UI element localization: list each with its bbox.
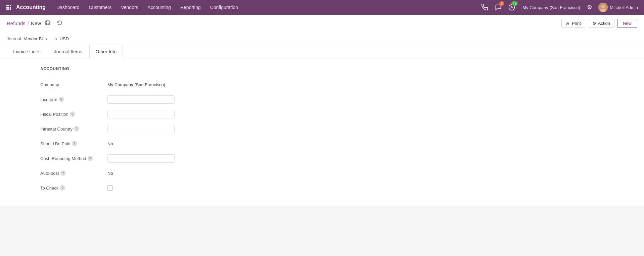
- accounting-section-heading: ACCOUNTING: [40, 66, 637, 74]
- cash-rounding-method-label: Cash Rounding Method ?: [40, 156, 107, 161]
- print-label: Print: [572, 21, 581, 26]
- svg-rect-5: [10, 7, 11, 8]
- breadcrumb: Refunds / New: [7, 19, 64, 28]
- should-be-paid-help-icon[interactable]: ?: [72, 141, 77, 146]
- svg-rect-3: [6, 7, 8, 8]
- incoterm-help-icon[interactable]: ?: [59, 97, 64, 102]
- breadcrumb-parent[interactable]: Refunds: [7, 20, 26, 26]
- action-label: Action: [598, 21, 610, 26]
- support-icon[interactable]: [479, 2, 490, 13]
- incoterm-input[interactable]: [107, 95, 175, 104]
- should-be-paid-value: No: [107, 141, 113, 146]
- breadcrumb-bar: Refunds / New 🖨 Print: [0, 15, 644, 32]
- activity-icon[interactable]: 46: [506, 2, 517, 13]
- nav-configuration[interactable]: Configuration: [206, 3, 242, 12]
- nav-customers[interactable]: Customers: [85, 3, 116, 12]
- intrastat-country-help-icon[interactable]: ?: [74, 126, 79, 132]
- cash-rounding-method-help-icon[interactable]: ?: [88, 156, 93, 161]
- user-menu[interactable]: Mitchell Admin: [596, 1, 640, 13]
- tabs-bar: Invoice Lines Journal Items Other Info: [0, 44, 644, 58]
- svg-rect-2: [10, 5, 11, 6]
- to-check-checkbox[interactable]: [107, 185, 113, 191]
- svg-rect-0: [6, 5, 8, 6]
- nav-dashboard[interactable]: Dashboard: [52, 3, 84, 12]
- to-check-label: To Check ?: [40, 185, 107, 191]
- should-be-paid-label: Should Be Paid ?: [40, 141, 107, 146]
- breadcrumb-current: New: [31, 20, 41, 26]
- svg-point-11: [601, 5, 605, 8]
- main-content: Journal Vendor Bills in USD Invoice Line…: [0, 32, 644, 206]
- svg-rect-7: [8, 8, 9, 10]
- journal-field: Journal Vendor Bills: [7, 36, 47, 41]
- activity-badge: 46: [511, 1, 518, 6]
- breadcrumb-actions: [43, 19, 64, 28]
- company-label: Company: [40, 82, 107, 87]
- field-row-to-check: To Check ?: [40, 183, 637, 193]
- discard-button[interactable]: [55, 19, 64, 28]
- breadcrumb-separator: /: [28, 20, 29, 26]
- tab-invoice-lines[interactable]: Invoice Lines: [7, 45, 47, 58]
- print-icon: 🖨: [566, 21, 570, 26]
- user-avatar: [598, 3, 608, 12]
- user-name: Mitchell Admin: [610, 5, 638, 10]
- nav-right-area: 6 46 My Company (San Francisco) ⚙ Mitche…: [479, 1, 640, 13]
- field-row-auto-post: Auto-post ? No: [40, 168, 637, 178]
- field-row-cash-rounding-method: Cash Rounding Method ?: [40, 153, 637, 163]
- tab-other-info[interactable]: Other Info: [89, 45, 123, 58]
- new-record-button[interactable]: New: [617, 19, 637, 28]
- svg-rect-4: [8, 7, 9, 8]
- grid-menu-icon[interactable]: [4, 3, 13, 12]
- fiscal-position-label: Fiscal Position ?: [40, 111, 107, 117]
- form-area: ACCOUNTING Company My Company (San Franc…: [0, 58, 644, 206]
- journal-label: Journal: [7, 36, 21, 41]
- gear-icon: ⚙: [592, 21, 596, 26]
- messages-badge: 6: [499, 1, 504, 6]
- svg-rect-1: [8, 5, 9, 6]
- breadcrumb-right-actions: 🖨 Print ⚙ Action New: [561, 19, 637, 28]
- nav-vendors[interactable]: Vendors: [117, 3, 142, 12]
- field-row-should-be-paid: Should Be Paid ? No: [40, 139, 637, 149]
- print-button[interactable]: 🖨 Print: [561, 19, 585, 28]
- intrastat-country-label: Intrastat Country ?: [40, 126, 107, 132]
- company-value: My Company (San Francisco): [107, 82, 165, 87]
- save-manually-button[interactable]: [43, 19, 52, 28]
- tools-icon[interactable]: ⚙: [586, 2, 594, 12]
- journal-header-row: Journal Vendor Bills in USD: [0, 32, 644, 44]
- currency-prefix: in: [53, 36, 57, 41]
- messages-icon[interactable]: 6: [493, 2, 504, 13]
- fiscal-position-input[interactable]: [107, 110, 175, 118]
- action-button[interactable]: ⚙ Action: [588, 19, 614, 28]
- fiscal-position-help-icon[interactable]: ?: [70, 111, 75, 117]
- field-row-company: Company My Company (San Francisco): [40, 80, 637, 90]
- journal-value[interactable]: Vendor Bills: [24, 36, 47, 41]
- svg-rect-6: [6, 8, 8, 10]
- intrastat-country-input[interactable]: [107, 125, 175, 133]
- field-row-incoterm: Incoterm ?: [40, 94, 637, 104]
- svg-rect-8: [10, 8, 11, 10]
- auto-post-label: Auto-post ?: [40, 170, 107, 176]
- company-name[interactable]: My Company (San Francisco): [520, 5, 583, 10]
- cash-rounding-method-input[interactable]: [107, 154, 175, 163]
- nav-accounting[interactable]: Accounting: [144, 3, 175, 12]
- tab-journal-items[interactable]: Journal Items: [48, 45, 89, 58]
- auto-post-value: No: [107, 171, 113, 176]
- currency-value[interactable]: USD: [59, 36, 68, 41]
- nav-reporting[interactable]: Reporting: [176, 3, 205, 12]
- incoterm-label: Incoterm ?: [40, 97, 107, 102]
- to-check-help-icon[interactable]: ?: [60, 185, 65, 191]
- field-row-intrastat-country: Intrastat Country ?: [40, 124, 637, 134]
- currency-field: in USD: [53, 36, 69, 41]
- top-navigation: Accounting Dashboard Customers Vendors A…: [0, 0, 644, 15]
- auto-post-help-icon[interactable]: ?: [60, 170, 66, 176]
- field-row-fiscal-position: Fiscal Position ?: [40, 109, 637, 119]
- app-name: Accounting: [16, 4, 46, 10]
